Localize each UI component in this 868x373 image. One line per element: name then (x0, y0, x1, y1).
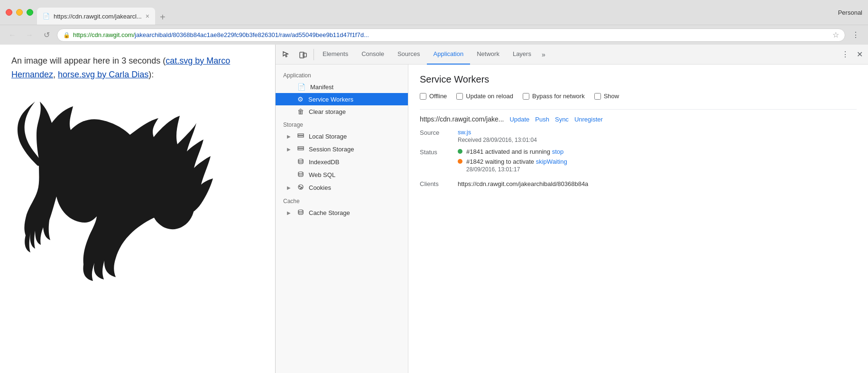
cache-storage-label: Cache Storage (309, 209, 350, 216)
tab-sources[interactable]: Sources (391, 45, 427, 65)
cache-storage-icon (297, 209, 304, 217)
svg-rect-2 (298, 134, 304, 135)
inspect-element-button[interactable] (277, 46, 295, 63)
offline-checkbox-input[interactable] (420, 93, 426, 100)
bookmark-button[interactable]: ☆ (832, 30, 839, 39)
sw-status-text-2: #1842 waiting to activate skipWaiting 28… (466, 158, 567, 173)
svg-point-7 (298, 172, 303, 174)
sidebar-item-cookies[interactable]: ▶ Cookies (276, 181, 408, 194)
sidebar-item-web-sql[interactable]: Web SQL (276, 168, 408, 181)
sw-push-link[interactable]: Push (535, 116, 549, 123)
forward-button[interactable]: → (23, 28, 36, 42)
page-content: An image will appear here in 3 seconds (… (0, 45, 275, 373)
separator (420, 109, 857, 110)
tab-close-button[interactable]: × (146, 12, 149, 20)
tab-console[interactable]: Console (355, 45, 391, 65)
sidebar-item-session-storage[interactable]: ▶ Session Storage (276, 143, 408, 156)
show-input[interactable] (594, 93, 601, 100)
back-button[interactable]: ← (6, 28, 19, 42)
local-storage-icon (297, 132, 304, 140)
sw-received-text: Received 28/09/2016, 13:01:04 (458, 137, 537, 143)
indexeddb-icon (297, 158, 304, 166)
update-on-reload-input[interactable] (456, 93, 463, 100)
sidebar-item-indexeddb[interactable]: IndexedDB (276, 156, 408, 168)
sw-status-text-1: #1841 activated and is running stop (466, 148, 563, 155)
sidebar-item-service-workers[interactable]: ⚙ Service Workers (276, 93, 408, 105)
bypass-for-network-label: Bypass for network (532, 93, 585, 100)
sw-status-value: #1841 activated and is running stop #184… (458, 148, 567, 176)
sw-update-link[interactable]: Update (509, 116, 529, 123)
svg-rect-4 (298, 147, 304, 148)
traffic-lights (6, 9, 33, 16)
show-checkbox[interactable]: Show (594, 93, 619, 100)
sw-source-value: sw.js Received 28/09/2016, 13:01:04 (458, 129, 537, 143)
tab-layers[interactable]: Layers (506, 45, 538, 65)
session-storage-icon (297, 145, 304, 153)
sw-stop-link[interactable]: stop (552, 148, 564, 155)
devtools-actions: ⋮ ✕ (839, 48, 866, 61)
expand-icon: ▶ (287, 185, 293, 190)
more-tabs-button[interactable]: » (538, 51, 549, 58)
tab-network[interactable]: Network (470, 45, 506, 65)
tab-application[interactable]: Application (427, 45, 471, 65)
status-label: Status (420, 148, 458, 156)
sw-skip-waiting-link[interactable]: skipWaiting (536, 158, 567, 165)
manifest-label: Manifest (310, 84, 333, 91)
sidebar-item-cache-storage[interactable]: ▶ Cache Storage (276, 206, 408, 219)
session-storage-label: Session Storage (309, 146, 354, 153)
bypass-for-network-input[interactable] (523, 93, 529, 100)
status-dot-orange (458, 159, 462, 164)
tab-elements[interactable]: Elements (316, 45, 355, 65)
sw-status-entry-2: #1842 waiting to activate skipWaiting 28… (458, 158, 567, 173)
sidebar-item-clear-storage[interactable]: 🗑 Clear storage (276, 105, 408, 118)
address-input[interactable]: 🔒 https://cdn.rawgit.com/jakearchibald/8… (57, 28, 845, 42)
sw-source-file-link[interactable]: sw.js (458, 129, 471, 136)
service-workers-label: Service Workers (308, 96, 353, 103)
clients-label: Clients (420, 180, 458, 187)
more-menu-button[interactable]: ⋮ (849, 28, 862, 42)
show-label: Show (604, 93, 619, 100)
browser-tab[interactable]: 📄 https://cdn.rawgit.com/jakearcl... × (37, 8, 155, 25)
devtools-panel: Elements Console Sources Application Net… (275, 45, 868, 373)
cookies-label: Cookies (309, 184, 331, 191)
sw-sync-link[interactable]: Sync (555, 116, 569, 123)
offline-checkbox[interactable]: Offline (420, 93, 447, 100)
service-workers-icon: ⚙ (297, 95, 304, 103)
page-text: An image will appear here in 3 seconds (… (11, 54, 264, 82)
update-on-reload-label: Update on reload (466, 93, 513, 100)
sidebar-item-manifest[interactable]: 📄 Manifest (276, 81, 408, 93)
device-toolbar-button[interactable] (295, 46, 312, 63)
devtools-close-button[interactable]: ✕ (853, 48, 866, 61)
url-secure-part: https://cdn.rawgit.com/ (73, 31, 135, 38)
lock-icon: 🔒 (63, 32, 70, 38)
new-tab-button[interactable]: + (155, 9, 170, 25)
clients-value: https://cdn.rawgit.com/jakearchibald/803… (458, 180, 588, 187)
sw-status-entry-1: #1841 activated and is running stop (458, 148, 567, 155)
update-on-reload-checkbox[interactable]: Update on reload (456, 93, 513, 100)
svg-point-12 (298, 210, 303, 212)
bypass-for-network-checkbox[interactable]: Bypass for network (523, 93, 585, 100)
tab-title: https://cdn.rawgit.com/jakearcl... (54, 13, 142, 20)
web-sql-icon (297, 171, 304, 179)
sw-entry: https://cdn.rawgit.com/jake... Update Pu… (420, 115, 857, 187)
minimize-window-button[interactable] (16, 9, 23, 16)
manifest-icon: 📄 (297, 83, 305, 91)
sw-unregister-link[interactable]: Unregister (574, 116, 603, 123)
title-bar: 📄 https://cdn.rawgit.com/jakearcl... × +… (0, 0, 868, 25)
tab-bar: 📄 https://cdn.rawgit.com/jakearcl... × + (37, 0, 834, 25)
sidebar-item-local-storage[interactable]: ▶ Local Storage (276, 130, 408, 143)
toolbar-divider (314, 49, 314, 60)
devtools-main-panel: Service Workers Offline Update on reload (408, 65, 868, 373)
devtools-more-button[interactable]: ⋮ (839, 48, 852, 61)
close-window-button[interactable] (6, 9, 12, 16)
svg-rect-1 (303, 53, 306, 57)
clear-storage-icon: 🗑 (297, 108, 304, 115)
horse-svg-link[interactable]: horse.svg by Carla Dias (58, 70, 148, 79)
svg-rect-3 (298, 136, 304, 137)
expand-icon: ▶ (287, 134, 293, 139)
page-text-prefix: An image will appear here in 3 seconds ( (11, 56, 166, 65)
reload-button[interactable]: ↺ (40, 28, 53, 42)
status-dot-green (458, 149, 462, 154)
sw-url-row: https://cdn.rawgit.com/jake... Update Pu… (420, 115, 857, 123)
maximize-window-button[interactable] (27, 9, 33, 16)
